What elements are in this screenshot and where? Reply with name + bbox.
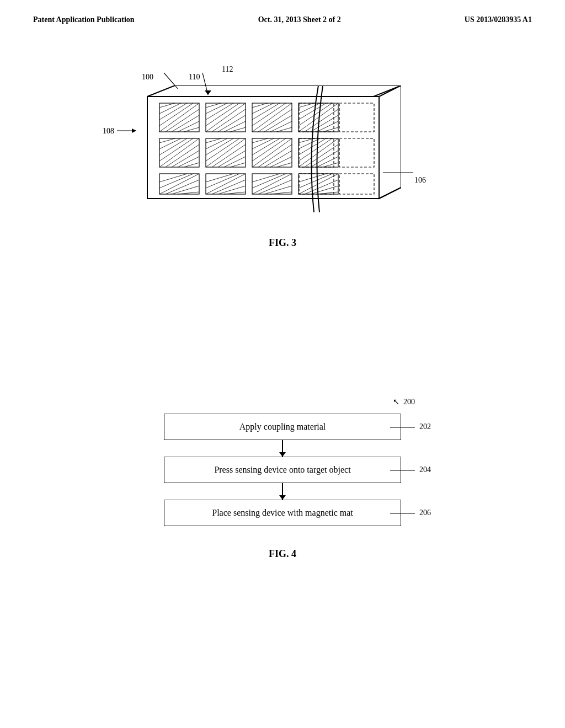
svg-line-37 [258, 109, 292, 132]
svg-line-12 [159, 103, 193, 126]
svg-line-72 [230, 163, 246, 167]
svg-line-81 [270, 157, 292, 167]
svg-line-106 [212, 180, 246, 194]
svg-line-96 [159, 174, 199, 194]
svg-line-30 [230, 127, 246, 132]
svg-line-57 [159, 138, 181, 149]
fig4-section: ↖ 200 Apply coupling material 202 Press … [128, 397, 437, 560]
svg-line-101 [178, 192, 199, 194]
svg-line-62 [184, 163, 199, 167]
svg-marker-8 [379, 85, 401, 199]
flow-box-202-text: Apply coupling material [239, 422, 326, 431]
svg-line-108 [224, 192, 246, 194]
svg-line-61 [178, 157, 199, 167]
flow-box-204-text: Press sensing device onto target object [214, 465, 350, 474]
svg-line-103 [206, 174, 246, 194]
svg-line-122 [317, 192, 338, 194]
label-108: 108 [103, 127, 114, 136]
svg-line-82 [276, 163, 292, 167]
svg-line-74 [252, 138, 292, 167]
svg-line-54 [159, 138, 199, 167]
fig3-section: 100 110 112 108 [117, 61, 448, 249]
svg-line-113 [258, 180, 292, 194]
svg-line-40 [276, 127, 292, 132]
svg-line-25 [206, 103, 227, 114]
svg-line-55 [159, 138, 193, 161]
svg-line-91 [317, 157, 338, 167]
svg-line-97 [159, 174, 193, 188]
svg-line-49 [317, 121, 338, 132]
svg-line-15 [159, 103, 175, 108]
flow-ref-206: 206 [390, 508, 431, 517]
flow-box-204: Press sensing device onto target object … [164, 457, 401, 483]
svg-line-16 [166, 109, 199, 132]
fig3-caption: FIG. 3 [117, 237, 448, 249]
svg-line-33 [252, 103, 286, 126]
svg-line-104 [206, 174, 239, 188]
svg-line-39 [270, 121, 292, 132]
line-106 [383, 169, 416, 176]
svg-line-77 [252, 138, 274, 149]
svg-line-92 [323, 163, 338, 167]
svg-line-120 [305, 180, 338, 194]
svg-line-110 [252, 174, 292, 194]
svg-line-111 [252, 174, 286, 188]
svg-line-22 [206, 103, 246, 132]
svg-line-65 [206, 138, 239, 161]
svg-line-35 [252, 103, 274, 114]
label-200-arrow: ↖ 200 [393, 397, 415, 406]
svg-line-19 [184, 127, 199, 132]
svg-line-27 [212, 109, 246, 132]
svg-line-23 [206, 103, 239, 126]
fig4-caption: FIG. 4 [128, 548, 437, 560]
fig3-drawing [131, 85, 401, 212]
svg-line-58 [159, 138, 175, 143]
page-header: Patent Application Publication Oct. 31, … [0, 0, 565, 24]
svg-line-85 [299, 138, 332, 161]
svg-line-75 [252, 138, 286, 161]
flow-connector-2 [282, 483, 283, 500]
svg-line-71 [224, 157, 246, 167]
flowchart: Apply coupling material 202 Press sensin… [128, 414, 437, 526]
svg-line-29 [224, 121, 246, 132]
svg-line-99 [166, 180, 199, 194]
svg-line-118 [299, 174, 332, 188]
svg-line-59 [166, 144, 199, 167]
svg-line-32 [252, 103, 292, 132]
flow-box-206-text: Place sensing device with magnetic mat [212, 508, 353, 517]
svg-line-47 [305, 109, 338, 132]
svg-line-18 [178, 121, 199, 132]
svg-line-14 [159, 103, 181, 114]
svg-line-89 [305, 144, 338, 167]
svg-line-84 [299, 138, 338, 167]
svg-rect-124 [339, 174, 374, 194]
svg-line-117 [299, 174, 338, 194]
svg-line-68 [206, 138, 221, 143]
svg-rect-52 [339, 103, 374, 132]
svg-line-11 [159, 103, 199, 132]
svg-line-36 [252, 103, 268, 108]
svg-line-46 [299, 103, 314, 108]
flow-ref-204: 204 [390, 465, 431, 474]
svg-line-64 [206, 138, 246, 167]
svg-line-69 [212, 144, 246, 167]
svg-line-45 [299, 103, 320, 114]
header-left: Patent Application Publication [33, 15, 135, 24]
flow-box-202: Apply coupling material 202 [164, 414, 401, 440]
svg-rect-94 [339, 138, 374, 167]
flow-ref-202: 202 [390, 422, 431, 431]
flow-connector-1 [282, 440, 283, 457]
svg-line-50 [323, 127, 338, 132]
svg-line-9 [379, 188, 401, 199]
flow-box-206: Place sensing device with magnetic mat 2… [164, 500, 401, 526]
label-112: 112 [222, 65, 233, 74]
svg-line-78 [252, 138, 268, 143]
svg-line-115 [270, 192, 292, 194]
header-right: US 2013/0283935 A1 [465, 15, 532, 24]
svg-line-67 [206, 138, 227, 149]
svg-line-26 [206, 103, 221, 108]
svg-line-79 [258, 144, 292, 167]
header-center: Oct. 31, 2013 Sheet 2 of 2 [258, 15, 341, 24]
svg-marker-7 [147, 85, 401, 97]
label-106: 106 [414, 176, 426, 185]
